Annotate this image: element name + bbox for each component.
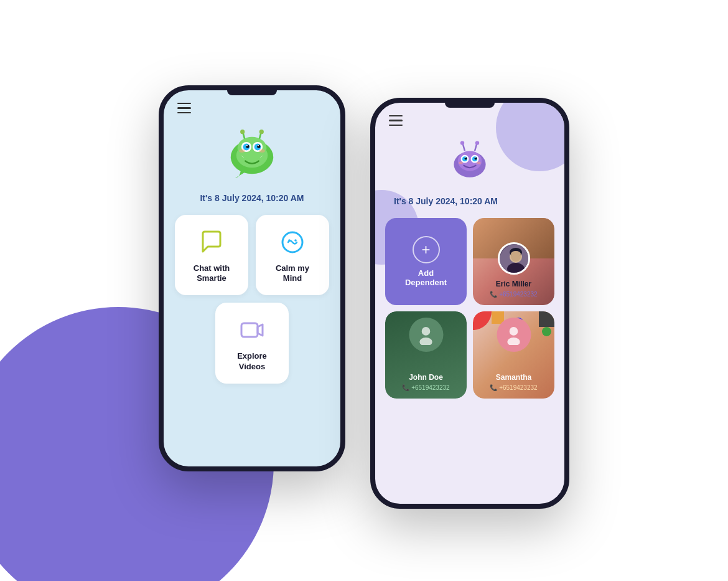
john-doe-name: John Doe xyxy=(409,373,443,382)
john-avatar-icon xyxy=(416,324,437,345)
eric-miller-card[interactable]: Eric Miller 📞 +6519423232 xyxy=(473,218,554,305)
eric-miller-name: Eric Miller xyxy=(496,280,531,288)
svg-point-51 xyxy=(422,327,431,336)
phone1-logo xyxy=(224,125,280,181)
blob-top-right xyxy=(496,103,564,171)
chat-card-label: Chat withSmartie xyxy=(194,263,230,285)
video-icon xyxy=(238,316,266,344)
john-doe-phone: 📞 +6519423232 xyxy=(402,384,449,391)
add-dependent-label: AddDependent xyxy=(405,268,447,287)
hamburger-menu-1[interactable] xyxy=(177,103,191,114)
phone1-cards-grid: Chat withSmartie Calm myMind xyxy=(175,215,329,384)
samantha-avatar-icon xyxy=(503,324,525,345)
samantha-phone: 📞 +6519423232 xyxy=(490,384,537,391)
svg-point-11 xyxy=(240,130,245,134)
svg-line-41 xyxy=(475,144,477,151)
phone-2: It's 8 July 2024, 10:20 AM + AddDependen… xyxy=(370,98,569,509)
svg-point-13 xyxy=(259,130,264,134)
svg-point-38 xyxy=(475,157,476,158)
hamburger-menu-2[interactable] xyxy=(389,115,403,126)
svg-line-39 xyxy=(463,144,465,151)
phone2-date: It's 8 July 2024, 10:20 AM xyxy=(394,196,498,206)
calm-icon xyxy=(279,229,306,256)
svg-point-53 xyxy=(510,327,518,336)
phone2-notch xyxy=(445,103,495,108)
svg-point-44 xyxy=(477,161,480,164)
svg-point-42 xyxy=(475,141,479,144)
phone-1: It's 8 July 2024, 10:20 AM Chat withSmar… xyxy=(159,85,345,471)
explore-videos-card[interactable]: ExploreVideos xyxy=(215,303,289,384)
phone1-notch xyxy=(227,90,277,95)
scene: It's 8 July 2024, 10:20 AM Chat withSmar… xyxy=(0,0,728,581)
svg-point-37 xyxy=(465,157,466,158)
videos-card-label: ExploreVideos xyxy=(237,351,267,372)
svg-point-43 xyxy=(459,161,462,164)
svg-point-26 xyxy=(288,239,291,242)
svg-point-27 xyxy=(294,239,297,242)
svg-point-24 xyxy=(259,149,265,152)
eric-miller-phone: 📞 +6519423232 xyxy=(490,291,537,298)
phone2-dependents-grid: + AddDependent xyxy=(385,218,554,399)
phone1-date: It's 8 July 2024, 10:20 AM xyxy=(164,193,340,203)
chat-with-smartie-card[interactable]: Chat withSmartie xyxy=(175,215,248,296)
chat-icon xyxy=(198,229,225,256)
add-circle-icon: + xyxy=(413,236,440,263)
svg-point-50 xyxy=(511,251,521,257)
svg-point-21 xyxy=(246,144,248,146)
svg-point-23 xyxy=(239,149,245,152)
samantha-name: Samantha xyxy=(496,373,531,382)
john-doe-card[interactable]: John Doe 📞 +6519423232 xyxy=(385,311,467,399)
add-dependent-card[interactable]: + AddDependent xyxy=(385,218,467,305)
svg-point-22 xyxy=(258,144,259,146)
svg-rect-28 xyxy=(241,323,258,337)
phone2-logo xyxy=(445,137,495,187)
svg-point-40 xyxy=(460,141,464,144)
samantha-card[interactable]: Samantha 📞 +6519423232 xyxy=(473,311,554,399)
svg-point-54 xyxy=(507,338,520,345)
calm-my-mind-card[interactable]: Calm myMind xyxy=(256,215,329,296)
svg-point-52 xyxy=(419,338,432,345)
calm-card-label: Calm myMind xyxy=(276,263,309,285)
